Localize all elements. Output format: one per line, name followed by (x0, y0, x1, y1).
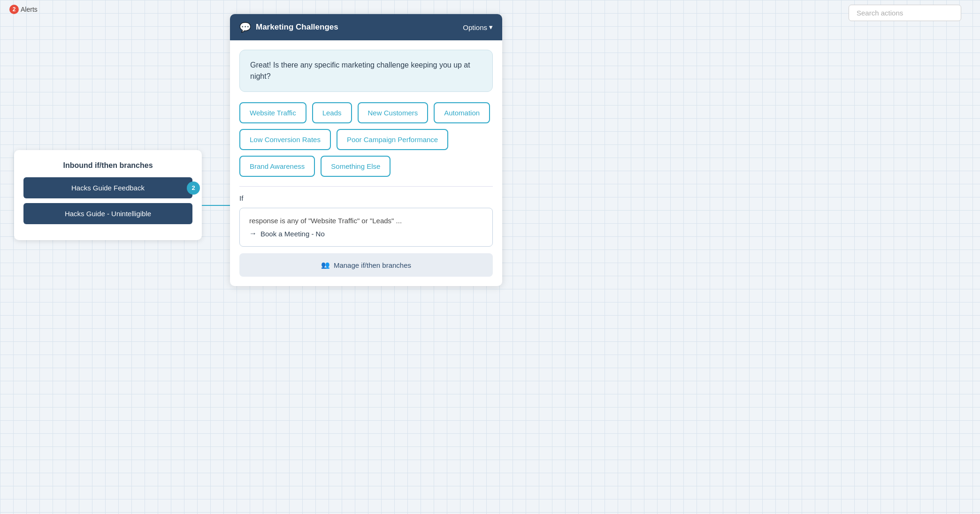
card-body: Great! Is there any specific marketing c… (230, 40, 502, 286)
chevron-down-icon: ▾ (489, 23, 493, 31)
manage-if-then-button[interactable]: 👥 Manage if/then branches (239, 253, 493, 277)
manage-label: Manage if/then branches (334, 261, 411, 269)
card-title: Marketing Challenges (256, 23, 338, 32)
options-button[interactable]: Options ▾ (463, 23, 493, 31)
inbound-btn-wrap-2: Hacks Guide - Unintelligible (23, 203, 192, 224)
inbound-card: Inbound if/then branches Hacks Guide Fee… (14, 150, 202, 240)
connector-line (202, 205, 231, 206)
hacks-guide-unintelligible-button[interactable]: Hacks Guide - Unintelligible (23, 203, 192, 224)
inbound-btn-wrap-1: Hacks Guide Feedback 2 (23, 177, 192, 198)
card-header: 💬 Marketing Challenges Options ▾ (230, 14, 502, 40)
chat-icon: 💬 (239, 22, 251, 33)
option-website-traffic[interactable]: Website Traffic (239, 102, 306, 123)
if-condition-box[interactable]: response is any of "Website Traffic" or … (239, 208, 493, 247)
if-action: → Book a Meeting - No (249, 229, 483, 238)
option-leads[interactable]: Leads (312, 102, 352, 123)
action-label: Book a Meeting - No (260, 230, 325, 238)
option-poor-campaign[interactable]: Poor Campaign Performance (337, 129, 448, 150)
branch-badge: 2 (187, 181, 200, 195)
arrow-icon: → (249, 229, 257, 238)
options-label: Options (463, 23, 487, 31)
inbound-title: Inbound if/then branches (23, 161, 192, 170)
option-automation[interactable]: Automation (434, 102, 490, 123)
main-card: 💬 Marketing Challenges Options ▾ Great! … (230, 14, 502, 286)
alerts-count: 2 (9, 5, 19, 14)
alerts-badge[interactable]: 2 Alerts (9, 5, 38, 14)
card-header-left: 💬 Marketing Challenges (239, 22, 338, 33)
if-condition-text: response is any of "Website Traffic" or … (249, 217, 483, 225)
hacks-guide-feedback-button[interactable]: Hacks Guide Feedback (23, 177, 192, 198)
search-placeholder: Search actions (857, 9, 903, 17)
if-label: If (239, 194, 493, 202)
option-new-customers[interactable]: New Customers (358, 102, 429, 123)
option-something-else[interactable]: Something Else (321, 156, 390, 177)
message-bubble: Great! Is there any specific marketing c… (239, 50, 493, 92)
alerts-label: Alerts (21, 6, 38, 13)
message-text: Great! Is there any specific marketing c… (250, 61, 470, 80)
divider (239, 186, 493, 187)
manage-icon: 👥 (321, 261, 330, 269)
search-actions-input[interactable]: Search actions (849, 5, 961, 21)
option-brand-awareness[interactable]: Brand Awareness (239, 156, 315, 177)
options-grid: Website Traffic Leads New Customers Auto… (239, 102, 493, 177)
option-low-conversion[interactable]: Low Conversion Rates (239, 129, 331, 150)
